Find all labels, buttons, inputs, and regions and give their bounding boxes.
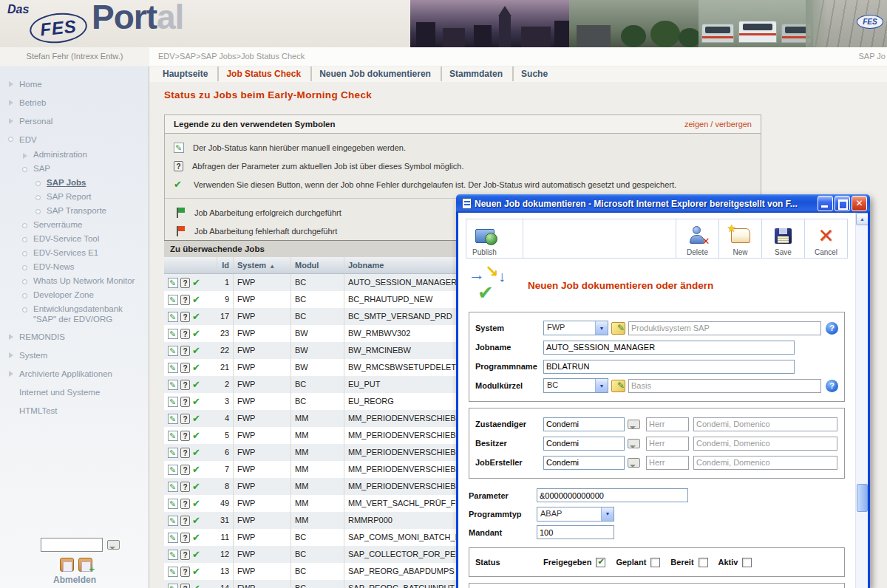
mark-ok-icon[interactable] [192, 413, 203, 424]
status-checkbox[interactable] [742, 558, 752, 567]
mark-ok-icon[interactable] [192, 277, 203, 288]
column-header-id[interactable]: Id [217, 257, 233, 273]
programmtyp-select[interactable]: ABAP [537, 507, 614, 522]
legend-toggle-link[interactable]: zeigen / verbergen [684, 120, 752, 129]
programmname-field[interactable] [543, 360, 795, 374]
person-title-field[interactable] [646, 417, 689, 431]
logout-link[interactable]: Abmelden [0, 575, 149, 585]
sidebar-item[interactable]: SAP Transporte [0, 204, 149, 218]
minimize-button[interactable] [818, 196, 833, 211]
scrollbar-thumb[interactable] [857, 484, 868, 512]
mark-ok-icon[interactable] [192, 549, 203, 560]
quick-message-input[interactable] [41, 538, 103, 552]
modul-select[interactable]: BC [543, 378, 608, 393]
clipboard-icon[interactable] [60, 558, 74, 572]
new-button[interactable]: New [718, 219, 761, 258]
query-parameters-icon[interactable] [180, 533, 190, 543]
query-parameters-icon[interactable] [180, 414, 190, 424]
edit-status-icon[interactable] [168, 499, 178, 509]
edit-status-icon[interactable] [168, 295, 178, 305]
edit-status-icon[interactable] [168, 482, 178, 492]
mark-ok-icon[interactable] [192, 464, 203, 475]
edit-status-icon[interactable] [168, 567, 178, 577]
system-help-icon[interactable]: ? [826, 322, 838, 335]
sidebar-item[interactable]: Whats Up Network Monitor [0, 274, 149, 288]
tab[interactable]: Hauptseite [155, 66, 215, 81]
query-parameters-icon[interactable] [180, 516, 190, 526]
save-button[interactable]: Save [761, 219, 804, 258]
tab[interactable]: Suche [512, 66, 555, 81]
delete-button[interactable]: ✕ Delete [676, 219, 718, 258]
dialog-scrollbar[interactable] [855, 213, 868, 588]
mark-ok-icon[interactable] [192, 396, 203, 407]
mark-ok-icon[interactable] [192, 566, 203, 577]
edit-status-icon[interactable] [168, 380, 178, 390]
column-header-modul[interactable]: Modul [290, 257, 344, 273]
person-name-field[interactable] [543, 437, 625, 451]
dialog-titlebar[interactable]: Neuen Job dokumentieren - Microsoft Inte… [456, 194, 870, 213]
sidebar-item[interactable]: EDV-Services E1 [0, 246, 149, 260]
mark-ok-icon[interactable] [192, 447, 203, 458]
query-parameters-icon[interactable] [180, 397, 190, 407]
edit-status-icon[interactable] [168, 533, 178, 543]
sidebar-item[interactable]: SAP Report [0, 190, 149, 204]
scroll-up-button[interactable] [856, 213, 869, 225]
dropdown-arrow-icon[interactable] [595, 379, 608, 392]
system-lookup-icon[interactable] [611, 322, 625, 335]
dropdown-arrow-icon[interactable] [601, 507, 614, 521]
edit-status-icon[interactable] [168, 516, 178, 526]
sidebar-item[interactable]: Betrieb [0, 95, 149, 111]
sidebar-item[interactable]: Entwicklungsdatenbank "SAP" der EDV/ORG [0, 302, 149, 327]
modul-lookup-icon[interactable] [611, 380, 625, 392]
edit-status-icon[interactable] [168, 431, 178, 441]
query-parameters-icon[interactable] [180, 363, 190, 373]
person-lookup-bubble-icon[interactable] [628, 458, 640, 468]
speech-bubble-icon[interactable] [107, 540, 120, 550]
person-title-field[interactable] [646, 456, 689, 470]
query-parameters-icon[interactable] [180, 567, 190, 577]
sidebar-item[interactable]: Serverräume [0, 218, 149, 232]
mark-ok-icon[interactable] [192, 498, 203, 509]
mark-ok-icon[interactable] [192, 515, 203, 526]
query-parameters-icon[interactable] [180, 550, 190, 560]
modul-help-icon[interactable]: ? [826, 380, 838, 392]
status-checkbox[interactable] [650, 558, 660, 567]
edit-status-icon[interactable] [168, 550, 178, 560]
mark-ok-icon[interactable] [192, 583, 203, 588]
edit-status-icon[interactable] [168, 414, 178, 424]
sidebar-item[interactable]: Internet und Systeme [0, 384, 149, 400]
edit-status-icon[interactable] [168, 397, 178, 407]
column-header-system[interactable]: System▲ [233, 257, 290, 273]
status-checkbox[interactable] [596, 558, 605, 567]
person-lookup-bubble-icon[interactable] [628, 439, 640, 448]
cancel-button[interactable]: ✕ Cancel [804, 219, 847, 258]
query-parameters-icon[interactable] [180, 482, 190, 492]
mark-ok-icon[interactable] [192, 311, 203, 322]
sidebar-item[interactable]: Home [0, 76, 149, 92]
sidebar-item[interactable]: HTMLTest [0, 403, 149, 419]
system-select[interactable]: FWP [543, 321, 608, 335]
person-lookup-bubble-icon[interactable] [628, 420, 640, 429]
mark-ok-icon[interactable] [192, 379, 203, 390]
clipboard-add-icon[interactable] [78, 558, 92, 572]
publish-button[interactable]: Publish [466, 219, 523, 258]
tab[interactable]: Job Status Check [217, 66, 308, 81]
mark-ok-icon[interactable] [192, 345, 203, 356]
query-parameters-icon[interactable] [180, 295, 190, 305]
modul-description-field[interactable] [628, 379, 821, 393]
mark-ok-icon[interactable] [192, 430, 203, 441]
sidebar-item[interactable]: SAP [0, 162, 149, 176]
mark-ok-icon[interactable] [192, 294, 203, 305]
query-parameters-icon[interactable] [180, 278, 190, 288]
person-fullname-field[interactable] [693, 456, 837, 470]
query-parameters-icon[interactable] [180, 448, 190, 458]
tab[interactable]: Stammdaten [441, 66, 510, 81]
sidebar-item[interactable]: EDV [0, 131, 149, 148]
sidebar-item[interactable]: Developer Zone [0, 288, 149, 302]
system-description-field[interactable] [628, 321, 821, 335]
close-button[interactable] [852, 196, 867, 211]
maximize-button[interactable] [835, 196, 850, 211]
dropdown-arrow-icon[interactable] [595, 321, 608, 335]
person-fullname-field[interactable] [693, 417, 837, 431]
mark-ok-icon[interactable] [192, 532, 203, 543]
